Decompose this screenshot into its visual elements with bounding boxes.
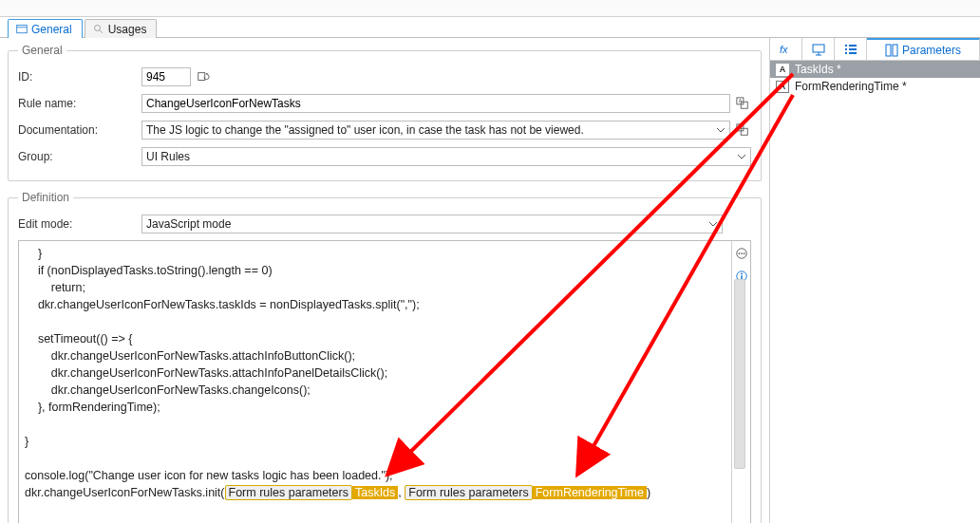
id-field[interactable] (141, 67, 191, 86)
label-edit-mode: Edit mode: (18, 217, 141, 231)
right-tab-presentation[interactable] (802, 38, 835, 60)
right-panel: fx Parameters A TaskIds * A FormRenderin… (769, 38, 980, 523)
param-pill-formrenderingtime-label[interactable]: Form rules parameters (405, 485, 532, 500)
right-tab-list[interactable] (835, 38, 867, 60)
editor-side-gutter (731, 241, 750, 523)
svg-line-3 (99, 30, 102, 33)
chevron-down-icon (717, 126, 725, 134)
tab-general-label: General (31, 23, 72, 36)
svg-rect-6 (741, 102, 747, 108)
svg-rect-28 (886, 45, 891, 56)
documentation-field[interactable]: The JS logic to change the "assigned to"… (141, 121, 730, 140)
group-general-legend: General (18, 44, 66, 57)
type-string-icon: A (776, 64, 789, 76)
editor-more-button[interactable] (733, 245, 750, 262)
right-tab-strip: fx Parameters (770, 38, 980, 61)
presentation-icon (812, 43, 825, 56)
group-value: UI Rules (146, 150, 190, 163)
label-id: ID: (18, 70, 141, 84)
list-icon (844, 43, 858, 56)
right-tab-parameters[interactable]: Parameters (867, 38, 980, 60)
svg-rect-19 (813, 45, 824, 52)
more-horizontal-icon (735, 247, 748, 260)
svg-rect-27 (849, 52, 857, 54)
svg-rect-29 (893, 45, 897, 56)
code-editor[interactable]: } if (nonDisplayedTasks.toString().lengt… (18, 240, 751, 523)
function-icon: fx (779, 43, 794, 56)
svg-text:fx: fx (780, 44, 788, 55)
group-general: General ID: Rule name: A (8, 44, 762, 181)
label-documentation: Documentation: (18, 123, 141, 137)
parameters-list: A TaskIds * A FormRenderingTime * (770, 61, 980, 95)
svg-text:A: A (739, 98, 743, 103)
refresh-id-button[interactable] (195, 68, 212, 85)
main-tab-strip: General Usages (0, 17, 980, 38)
documentation-dropdown-button[interactable] (714, 123, 727, 137)
window-icon (16, 24, 28, 35)
edit-mode-dropdown-button[interactable] (707, 217, 720, 231)
group-field[interactable]: UI Rules (141, 147, 751, 166)
translate-icon: A (736, 97, 749, 110)
svg-point-16 (741, 273, 743, 275)
param-pill-formrenderingtime[interactable]: FormRenderingTime (533, 486, 647, 499)
svg-point-13 (741, 252, 743, 254)
group-dropdown-button[interactable] (735, 150, 748, 163)
parameter-item-taskids[interactable]: A TaskIds * (770, 61, 980, 78)
param-pill-taskids-label[interactable]: Form rules parameters (225, 485, 352, 500)
svg-rect-23 (849, 45, 857, 47)
chevron-down-icon (709, 220, 717, 228)
left-panel: General ID: Rule name: A (0, 38, 769, 523)
svg-text:A: A (739, 124, 743, 130)
translate-rule-name-button[interactable]: A (734, 95, 751, 112)
parameter-item-formrenderingtime[interactable]: A FormRenderingTime * (770, 78, 980, 95)
tab-usages-label: Usages (108, 23, 147, 36)
group-definition: Definition Edit mode: JavaScript mode } … (8, 191, 762, 523)
label-rule-name: Rule name: (18, 97, 141, 110)
code-content: } if (nonDisplayedTasks.toString().lengt… (19, 241, 729, 505)
svg-rect-25 (849, 48, 857, 50)
parameter-item-label: TaskIds * (795, 63, 841, 76)
parameter-item-label: FormRenderingTime * (795, 80, 907, 93)
search-icon (93, 24, 104, 35)
translate-documentation-button[interactable]: A (734, 121, 751, 139)
top-toolbar (0, 0, 980, 17)
group-definition-legend: Definition (18, 191, 73, 204)
edit-mode-value: JavaScript mode (146, 217, 231, 231)
right-tab-parameters-label: Parameters (902, 44, 961, 57)
svg-rect-0 (17, 26, 28, 33)
right-tab-fx[interactable]: fx (770, 38, 802, 60)
svg-point-2 (94, 26, 100, 31)
svg-rect-26 (845, 52, 847, 54)
edit-mode-field[interactable]: JavaScript mode (141, 215, 723, 233)
svg-rect-24 (845, 48, 847, 50)
translate-icon: A (736, 123, 749, 137)
refresh-icon (197, 70, 210, 84)
label-group: Group: (18, 150, 141, 163)
rule-name-field[interactable] (141, 94, 730, 113)
svg-rect-4 (198, 73, 205, 81)
tab-general[interactable]: General (8, 19, 83, 38)
editor-scrollbar-thumb[interactable] (734, 279, 745, 469)
tab-usages[interactable]: Usages (85, 19, 158, 38)
param-pill-taskids[interactable]: TaskIds (352, 486, 398, 499)
svg-point-12 (738, 252, 740, 254)
chevron-down-icon (738, 153, 745, 160)
documentation-value: The JS logic to change the "assigned to"… (146, 123, 584, 137)
svg-point-14 (743, 252, 744, 254)
svg-rect-9 (741, 128, 747, 135)
svg-rect-22 (845, 45, 847, 47)
parameters-icon (885, 44, 898, 57)
type-string-icon: A (776, 81, 789, 93)
